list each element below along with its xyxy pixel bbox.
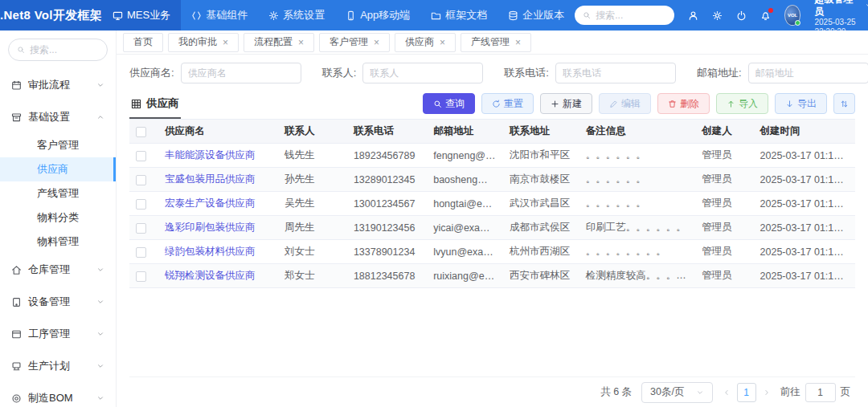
toolbar-button-edit[interactable]: 编辑 (599, 93, 651, 114)
sidebar-item-label: 生产计划 (28, 359, 70, 373)
select-all-checkbox[interactable] (136, 127, 146, 137)
top-nav-item-mes[interactable]: MES业务 (102, 0, 181, 31)
button-label: 导出 (797, 97, 817, 111)
page-navigation: 1 (723, 383, 771, 402)
sidebar-item-label: 设备管理 (28, 295, 70, 309)
user-name: 超级管理员 (814, 0, 862, 18)
sidebar-item-production-plan[interactable]: 生产计划 (0, 350, 116, 382)
button-label: 新建 (563, 97, 582, 111)
row-select-cell (129, 144, 158, 168)
supplier-name-link[interactable]: 锐翔检测设备供应商 (158, 264, 278, 288)
filter-input-contact[interactable] (362, 63, 483, 83)
page-tab-flow-config[interactable]: 流程配置× (244, 33, 314, 52)
arrow-down-icon (785, 100, 794, 108)
page-tab-supplier[interactable]: 供应商× (395, 33, 456, 52)
user-icon[interactable] (688, 10, 698, 21)
page-tab-customer-management[interactable]: 客户管理× (319, 33, 390, 52)
supplier-name-link[interactable]: 丰能能源设备供应商 (158, 144, 278, 168)
sidebar-subitem-material-management[interactable]: 物料管理 (0, 230, 116, 254)
top-nav-item-enterprise[interactable]: 企业版本 (497, 0, 575, 31)
tab-label: 供应商 (405, 35, 434, 49)
tab-close-icon[interactable]: × (374, 38, 379, 47)
sidebar-item-basic-settings[interactable]: 基础设置 (0, 101, 116, 133)
tab-close-icon[interactable]: × (223, 38, 228, 47)
button-label: 删除 (680, 97, 699, 111)
goto-page: 前往 页 (780, 383, 851, 402)
toolbar-button-import[interactable]: 导入 (716, 93, 768, 114)
bell-icon[interactable] (760, 10, 771, 21)
sidebar-item-warehouse[interactable]: 仓库管理 (0, 254, 116, 286)
page-tab-home[interactable]: 首页 (123, 33, 163, 52)
sidebar-item-process[interactable]: 工序管理 (0, 318, 116, 350)
app-body: 审批流程基础设置客户管理供应商产线管理物料分类物料管理仓库管理设备管理工序管理生… (0, 31, 868, 407)
database-icon (508, 10, 518, 21)
sidebar-subitem-customer-management[interactable]: 客户管理 (0, 133, 116, 157)
cell: 18812345678 (347, 264, 427, 288)
toolbar-button-delete[interactable]: 删除 (657, 93, 710, 114)
sidebar-subitem-supplier[interactable]: 供应商 (0, 157, 116, 181)
page-number-button[interactable]: 1 (737, 383, 756, 402)
sidebar-item-approval-flow[interactable]: 审批流程 (0, 69, 116, 101)
sort-icon (840, 100, 849, 108)
tab-close-icon[interactable]: × (515, 38, 521, 47)
global-search[interactable] (575, 6, 674, 25)
select-all-header (129, 120, 158, 144)
page-size-select[interactable]: 30条/页 (641, 382, 712, 403)
tab-close-icon[interactable]: × (298, 38, 304, 47)
supplier-name-link[interactable]: 宝盛包装用品供应商 (158, 168, 278, 192)
row-select-cell (129, 264, 158, 288)
power-icon[interactable] (736, 10, 747, 21)
sidebar-subitem-material-category[interactable]: 物料分类 (0, 206, 116, 230)
row-checkbox[interactable] (136, 151, 146, 161)
cell: 13190123456 (347, 216, 427, 240)
top-nav-item-app-mobile[interactable]: App移动端 (335, 0, 420, 31)
top-nav-item-system-settings[interactable]: 系统设置 (258, 0, 335, 31)
top-nav-item-framework-docs[interactable]: 框架文档 (420, 0, 497, 31)
supplier-name-link[interactable]: 逸彩印刷包装供应商 (158, 216, 278, 240)
sidebar-search-input[interactable] (30, 44, 99, 55)
phone-icon (346, 10, 356, 21)
filter-group-email: 邮箱地址: (697, 63, 868, 83)
filter-label: 供应商名: (129, 66, 174, 80)
toolbar-button-reset[interactable]: 重置 (481, 93, 534, 114)
chevron-up-icon (96, 113, 104, 121)
goto-page-input[interactable] (805, 383, 836, 402)
top-nav-item-components[interactable]: 基础组件 (181, 0, 258, 31)
filter-input-email[interactable] (748, 63, 868, 83)
goto-label: 前往 (780, 385, 800, 399)
column-header: 备注信息 (579, 120, 695, 144)
column-header: 联系电话 (347, 120, 427, 144)
cell: 杭州市西湖区 (503, 240, 579, 264)
sidebar-subitem-production-line[interactable]: 产线管理 (0, 181, 116, 206)
refresh-icon (492, 100, 501, 108)
global-search-input[interactable] (596, 10, 665, 21)
prev-page-button[interactable] (723, 389, 731, 397)
toolbar-button-sort-toggle[interactable] (833, 93, 855, 114)
filter-input-phone[interactable] (555, 63, 676, 83)
sidebar-item-equipment[interactable]: 设备管理 (0, 286, 116, 318)
next-page-button[interactable] (763, 389, 771, 397)
toolbar-button-create[interactable]: 新建 (540, 93, 592, 114)
row-checkbox[interactable] (136, 199, 146, 210)
supplier-name-link[interactable]: 绿韵包装材料供应商 (158, 240, 278, 264)
filter-input-supplier-name[interactable] (181, 63, 301, 83)
sidebar-search[interactable] (8, 39, 108, 61)
row-checkbox[interactable] (136, 223, 146, 234)
row-checkbox[interactable] (136, 247, 146, 258)
tab-close-icon[interactable]: × (440, 38, 445, 47)
supplier-name-link[interactable]: 宏泰生产设备供应商 (158, 192, 278, 216)
row-checkbox[interactable] (136, 175, 146, 185)
user-menu[interactable]: 超级管理员 2025-03-25 22:20:20 (814, 0, 868, 38)
toolbar-button-export[interactable]: 导出 (775, 93, 827, 114)
cell: 管理员 (695, 216, 753, 240)
toolbar-button-search[interactable]: 查询 (423, 93, 475, 114)
row-checkbox[interactable] (136, 271, 146, 282)
button-label: 查询 (445, 97, 465, 111)
avatar[interactable]: VOL (784, 5, 801, 26)
tab-label: 我的审批 (178, 35, 217, 49)
table-row: 绿韵包装材料供应商刘女士13378901234lvyun@exampl...杭州… (129, 240, 855, 264)
gear-icon[interactable] (712, 10, 723, 21)
page-tab-my-approvals[interactable]: 我的审批× (168, 33, 239, 52)
sidebar-item-manufacturing-bom[interactable]: 制造BOM (0, 382, 116, 407)
page-tab-production-line[interactable]: 产线管理× (461, 33, 531, 52)
